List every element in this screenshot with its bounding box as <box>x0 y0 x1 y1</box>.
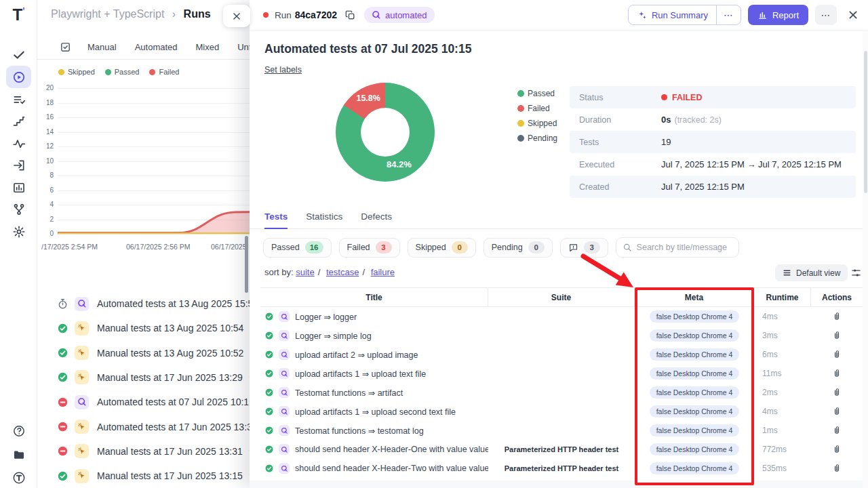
search-input[interactable] <box>637 243 732 252</box>
run-summary-button[interactable]: Run Summary ⋯ <box>628 5 741 25</box>
sort-link-testcase[interactable]: testcase <box>326 267 359 277</box>
activity-icon <box>12 137 26 150</box>
sidebar-item-account[interactable] <box>6 466 31 488</box>
legend-label: Skipped <box>528 119 557 128</box>
sidebar-item-help[interactable] <box>6 420 31 442</box>
default-view-button[interactable]: Default view <box>775 264 848 281</box>
column-header-meta[interactable]: Meta <box>635 288 754 306</box>
filter-pending[interactable]: Pending0 <box>484 238 553 258</box>
filter-failed[interactable]: Failed3 <box>339 238 400 258</box>
paperclip-icon[interactable] <box>831 406 842 417</box>
filter-skipped[interactable]: Skipped0 <box>408 238 476 258</box>
meta-tag[interactable]: false Desktop Chrome 4 <box>650 329 740 342</box>
automated-test-badge <box>279 387 290 398</box>
tab-defects[interactable]: Defects <box>361 209 392 228</box>
tab-statistics[interactable]: Statistics <box>306 209 342 228</box>
column-header-actions[interactable]: Actions <box>811 288 863 306</box>
runs-tab-mixed[interactable]: Mixed <box>196 42 220 52</box>
run-summary-more-button[interactable]: ⋯ <box>716 5 741 24</box>
copy-run-id-button[interactable] <box>344 9 356 21</box>
table-row[interactable]: should send header X-Header-One with val… <box>260 440 863 459</box>
run-list-item[interactable]: Automated tests at 17 Jun 2025 13:30 <box>37 417 250 437</box>
run-list-item[interactable]: Manual tests at 13 Aug 2025 10:52from <box>37 343 250 363</box>
panel-scrollbar-thumb[interactable] <box>864 51 867 193</box>
sidebar-item-play[interactable] <box>6 66 31 88</box>
runs-tab-unfini[interactable]: Unfini <box>237 42 250 52</box>
more-actions-button[interactable]: ⋯ <box>815 5 837 25</box>
page-scrollbar-thumb[interactable] <box>245 236 248 293</box>
sort-link-failure[interactable]: failure <box>371 267 395 277</box>
run-list-item[interactable]: Automated tests at 13 Aug 2025 15:53 <box>37 293 250 314</box>
table-row[interactable]: upload artifact 2 ⇒ upload imagefalse De… <box>260 345 863 364</box>
runs-panel-close-chip[interactable] <box>223 5 250 27</box>
table-row[interactable]: Logger ⇒ simple logfalse Desktop Chrome … <box>260 326 863 345</box>
select-runs-icon[interactable] <box>60 41 71 53</box>
filter-comment[interactable]: 3 <box>560 238 608 258</box>
paperclip-icon[interactable] <box>831 444 842 455</box>
runs-tab-manual[interactable]: Manual <box>87 42 117 52</box>
app-logo[interactable]: T' <box>0 5 37 24</box>
meta-tag[interactable]: false Desktop Chrome 4 <box>650 386 740 399</box>
run-title: Automated tests at 17 Jun 2025 13:30 <box>97 422 250 432</box>
legend-item-failed: Failed <box>149 68 179 76</box>
meta-tag[interactable]: false Desktop Chrome 4 <box>650 443 740 455</box>
run-list-item[interactable]: Manual tests at 17 Jun 2025 13:29from <box>37 367 250 388</box>
info-row-created: CreatedJul 7, 2025 12:15 PM <box>570 176 856 198</box>
automated-badge[interactable]: automated <box>364 7 434 23</box>
paperclip-icon[interactable] <box>831 387 842 398</box>
meta-tag[interactable]: false Desktop Chrome 4 <box>650 424 740 436</box>
panel-close-button[interactable] <box>848 9 859 20</box>
meta-tag[interactable]: false Desktop Chrome 4 <box>650 348 740 361</box>
sidebar-item-list-check[interactable] <box>6 88 31 110</box>
sidebar-item-branch[interactable] <box>6 198 31 220</box>
sort-prefix: sort by: <box>264 267 294 277</box>
y-axis-tick: 14 <box>37 128 54 136</box>
table-row[interactable]: upload artifacts 1 ⇒ upload text filefal… <box>260 364 863 383</box>
sidebar-item-settings[interactable] <box>6 220 31 243</box>
info-row-tests: Tests19 <box>570 131 856 153</box>
tab-tests[interactable]: Tests <box>264 209 288 228</box>
table-row[interactable]: should send header X-Header-Two with val… <box>260 459 863 478</box>
column-header-suite[interactable]: Suite <box>488 288 635 306</box>
paperclip-icon[interactable] <box>831 463 842 474</box>
meta-tag[interactable]: false Desktop Chrome 4 <box>650 405 740 418</box>
runs-tab-automated[interactable]: Automated <box>135 42 178 52</box>
cell-runtime: 772ms <box>754 445 811 454</box>
meta-tag[interactable]: false Desktop Chrome 4 <box>650 310 740 323</box>
column-header-runtime[interactable]: Runtime <box>754 288 811 306</box>
meta-tag[interactable]: false Desktop Chrome 4 <box>650 367 740 380</box>
column-settings-icon[interactable] <box>850 267 862 279</box>
column-header-title[interactable]: Title <box>260 288 488 306</box>
run-detail-header: Run 84ca7202 automated Run Summary ⋯ Rep… <box>250 0 868 30</box>
paperclip-icon[interactable] <box>831 368 842 379</box>
legend-dot <box>517 135 524 142</box>
filter-passed[interactable]: Passed16 <box>263 238 332 258</box>
paperclip-icon[interactable] <box>831 425 842 436</box>
breadcrumb-project[interactable]: Playwright + TypeScript <box>51 8 164 20</box>
run-list-item[interactable]: Manual tests at 17 Jun 2025 13:15from <box>37 466 250 486</box>
paperclip-icon[interactable] <box>831 349 842 360</box>
sidebar-item-activity[interactable] <box>6 132 31 155</box>
set-labels-link[interactable]: Set labels <box>264 65 302 75</box>
table-row[interactable]: Testomat functions ⇒ testomat logfalse D… <box>260 421 863 440</box>
run-list-item[interactable]: Manual tests at 13 Aug 2025 10:542 <box>37 318 250 338</box>
sidebar-item-report[interactable] <box>6 176 31 199</box>
meta-tag[interactable]: false Desktop Chrome 4 <box>650 462 740 474</box>
table-row[interactable]: upload artifacts 1 ⇒ upload second text … <box>260 402 863 421</box>
table-row[interactable]: Testomat functions ⇒ artifactfalse Deskt… <box>260 383 863 402</box>
sidebar-item-sign-in[interactable] <box>6 154 31 176</box>
y-axis-tick: 20 <box>37 84 54 92</box>
sort-link-suite[interactable]: suite <box>296 267 314 277</box>
sidebar-item-steps[interactable] <box>6 110 31 132</box>
table-row[interactable]: Logger ⇒ loggerfalse Desktop Chrome 44ms <box>260 307 863 326</box>
sidebar-item-projects[interactable] <box>6 443 31 466</box>
sidebar: T' <box>0 0 37 488</box>
automated-icon <box>281 313 288 321</box>
run-list-item[interactable]: Automated tests at 07 Jul 2025 10:15 <box>37 392 250 412</box>
paperclip-icon[interactable] <box>831 330 842 341</box>
paperclip-icon[interactable] <box>831 311 842 322</box>
sidebar-item-check[interactable] <box>6 43 31 66</box>
y-axis-tick: 2 <box>37 216 54 223</box>
report-button[interactable]: Report <box>748 5 808 25</box>
run-list-item[interactable]: Manual tests at 17 Jun 2025 13:31from <box>37 441 250 462</box>
